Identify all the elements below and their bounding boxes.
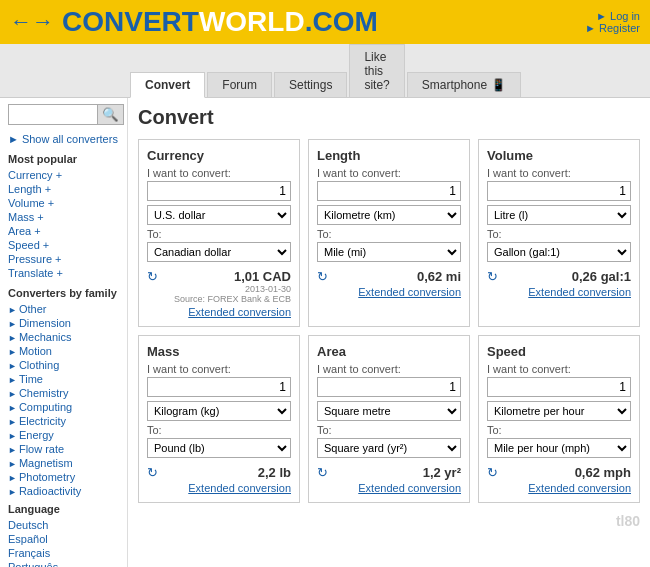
nav-tabs: Convert Forum Settings Like this site? S…: [0, 44, 650, 98]
volume-result-value: 0,26 gal:1: [502, 269, 631, 284]
sidebar-item-energy[interactable]: ►Energy: [8, 429, 119, 441]
lang-deutsch[interactable]: Deutsch: [8, 519, 119, 531]
length-title: Length: [317, 148, 461, 163]
sidebar-item-electricity[interactable]: ►Electricity: [8, 415, 119, 427]
sidebar-item-speed[interactable]: Speed +: [8, 239, 119, 251]
mass-from-select[interactable]: Kilogram (kg): [147, 401, 291, 421]
sidebar-item-area[interactable]: Area +: [8, 225, 119, 237]
volume-result: ↻ 0,26 gal:1: [487, 269, 631, 284]
tab-settings[interactable]: Settings: [274, 72, 347, 97]
tab-smartphone[interactable]: Smartphone 📱: [407, 72, 521, 97]
area-title: Area: [317, 344, 461, 359]
tab-like[interactable]: Like this site?: [349, 44, 404, 97]
area-result-value: 1,2 yr²: [332, 465, 461, 480]
length-result-value: 0,62 mi: [332, 269, 461, 284]
mass-to-select[interactable]: Pound (lb): [147, 438, 291, 458]
volume-title: Volume: [487, 148, 631, 163]
length-from-select[interactable]: Kilometre (km): [317, 205, 461, 225]
length-to-label: To:: [317, 228, 461, 240]
area-input[interactable]: [317, 377, 461, 397]
logo-arrows-icon: ←→: [10, 9, 54, 35]
show-all-converters[interactable]: ► Show all converters: [8, 133, 119, 145]
mass-label: I want to convert:: [147, 363, 291, 375]
sidebar-item-volume[interactable]: Volume +: [8, 197, 119, 209]
logo-dotcom: .COM: [305, 6, 378, 38]
volume-from-select[interactable]: Litre (l): [487, 205, 631, 225]
sidebar-item-translate[interactable]: Translate +: [8, 267, 119, 279]
sidebar-item-mass[interactable]: Mass +: [8, 211, 119, 223]
mass-extended-link[interactable]: Extended conversion: [147, 482, 291, 494]
sidebar-item-photometry[interactable]: ►Photometry: [8, 471, 119, 483]
converter-mass: Mass I want to convert: Kilogram (kg) To…: [138, 335, 300, 503]
sidebar-item-dimension[interactable]: ►Dimension: [8, 317, 119, 329]
mass-input[interactable]: [147, 377, 291, 397]
area-to-select[interactable]: Square yard (yr²): [317, 438, 461, 458]
speed-to-select[interactable]: Mile per hour (mph): [487, 438, 631, 458]
watermark: tl80: [138, 513, 640, 529]
speed-from-select[interactable]: Kilometre per hour: [487, 401, 631, 421]
refresh-icon-length[interactable]: ↻: [317, 269, 328, 284]
length-to-select[interactable]: Mile (mi): [317, 242, 461, 262]
converter-volume: Volume I want to convert: Litre (l) To: …: [478, 139, 640, 327]
sidebar-item-time[interactable]: ►Time: [8, 373, 119, 385]
tab-convert[interactable]: Convert: [130, 72, 205, 98]
converter-grid-row2: Mass I want to convert: Kilogram (kg) To…: [138, 335, 640, 503]
currency-extended-link[interactable]: Extended conversion: [147, 306, 291, 318]
sidebar-item-chemistry[interactable]: ►Chemistry: [8, 387, 119, 399]
tab-forum[interactable]: Forum: [207, 72, 272, 97]
speed-extended-link[interactable]: Extended conversion: [487, 482, 631, 494]
refresh-icon-area[interactable]: ↻: [317, 465, 328, 480]
lang-portugues[interactable]: Português: [8, 561, 119, 567]
refresh-icon[interactable]: ↻: [147, 269, 158, 284]
sidebar-item-currency[interactable]: Currency +: [8, 169, 119, 181]
language-title: Language: [8, 503, 119, 515]
speed-result-value: 0,62 mph: [502, 465, 631, 480]
currency-date: 2013-01-30Source: FOREX Bank & ECB: [147, 284, 291, 304]
refresh-icon-volume[interactable]: ↻: [487, 269, 498, 284]
sidebar-item-mechanics[interactable]: ►Mechanics: [8, 331, 119, 343]
converters-family-title: Converters by family: [8, 287, 119, 299]
header: ←→ CONVERTWORLD.COM ► Log in ► Register: [0, 0, 650, 44]
sidebar-item-motion[interactable]: ►Motion: [8, 345, 119, 357]
converter-currency: Currency I want to convert: U.S. dollar …: [138, 139, 300, 327]
refresh-icon-speed[interactable]: ↻: [487, 465, 498, 480]
area-result: ↻ 1,2 yr²: [317, 465, 461, 480]
area-from-select[interactable]: Square metre: [317, 401, 461, 421]
converter-area: Area I want to convert: Square metre To:…: [308, 335, 470, 503]
volume-to-select[interactable]: Gallon (gal:1): [487, 242, 631, 262]
currency-title: Currency: [147, 148, 291, 163]
mass-to-label: To:: [147, 424, 291, 436]
header-links: ► Log in ► Register: [585, 10, 640, 34]
length-extended-link[interactable]: Extended conversion: [317, 286, 461, 298]
register-link[interactable]: ► Register: [585, 22, 640, 34]
sidebar-item-radioactivity[interactable]: ►Radioactivity: [8, 485, 119, 497]
login-link[interactable]: ► Log in: [585, 10, 640, 22]
sidebar-item-length[interactable]: Length +: [8, 183, 119, 195]
area-extended-link[interactable]: Extended conversion: [317, 482, 461, 494]
volume-extended-link[interactable]: Extended conversion: [487, 286, 631, 298]
currency-from-select[interactable]: U.S. dollar: [147, 205, 291, 225]
sidebar-item-pressure[interactable]: Pressure +: [8, 253, 119, 265]
sidebar-item-flowrate[interactable]: ►Flow rate: [8, 443, 119, 455]
search-input[interactable]: [8, 104, 98, 125]
speed-to-label: To:: [487, 424, 631, 436]
length-input[interactable]: [317, 181, 461, 201]
logo-convert: CONVERT: [62, 6, 199, 38]
lang-francais[interactable]: Français: [8, 547, 119, 559]
sidebar-item-clothing[interactable]: ►Clothing: [8, 359, 119, 371]
sidebar-item-computing[interactable]: ►Computing: [8, 401, 119, 413]
currency-to-select[interactable]: Canadian dollar: [147, 242, 291, 262]
search-button[interactable]: 🔍: [98, 104, 124, 125]
volume-input[interactable]: [487, 181, 631, 201]
logo: ←→ CONVERTWORLD.COM: [10, 6, 378, 38]
sidebar: 🔍 ► Show all converters Most popular Cur…: [0, 98, 128, 567]
speed-input[interactable]: [487, 377, 631, 397]
currency-input[interactable]: [147, 181, 291, 201]
lang-espanol[interactable]: Español: [8, 533, 119, 545]
refresh-icon-mass[interactable]: ↻: [147, 465, 158, 480]
currency-label: I want to convert:: [147, 167, 291, 179]
sidebar-item-magnetism[interactable]: ►Magnetism: [8, 457, 119, 469]
sidebar-item-other[interactable]: ►Other: [8, 303, 119, 315]
sidebar-search-container: 🔍: [8, 104, 119, 125]
volume-to-label: To:: [487, 228, 631, 240]
